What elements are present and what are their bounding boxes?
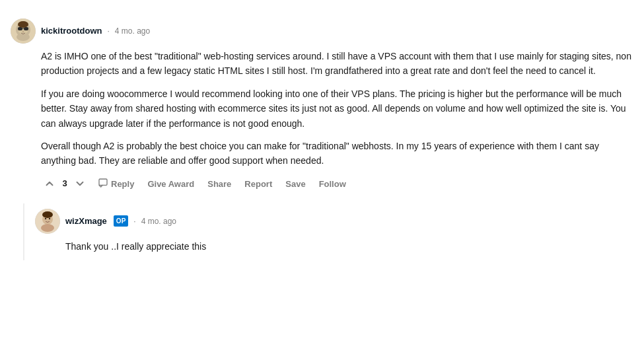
nested-comment-text: Thank you ..I really appreciate this <box>65 239 633 254</box>
upvote-button[interactable] <box>41 176 58 191</box>
save-button[interactable]: Save <box>281 176 309 192</box>
paragraph-1: A2 is IMHO one of the best "traditional"… <box>41 49 633 79</box>
main-comment: kickitrootdown · 4 mo. ago A2 is IMHO on… <box>11 13 633 198</box>
report-button[interactable]: Report <box>240 176 276 192</box>
nested-comment: wizXmage OP · 4 mo. ago Thank you ..I re… <box>23 203 633 260</box>
nested-comment-body: Thank you ..I really appreciate this <box>35 239 633 260</box>
nested-username: wizXmage <box>65 215 107 228</box>
reply-icon <box>98 178 108 190</box>
separator-dot: · <box>107 25 109 37</box>
save-label: Save <box>285 179 305 189</box>
nested-separator-dot: · <box>133 215 135 227</box>
report-label: Report <box>244 179 272 189</box>
svg-point-14 <box>42 211 53 218</box>
nested-comment-header: wizXmage OP · 4 mo. ago <box>35 209 633 234</box>
reply-label: Reply <box>111 179 134 189</box>
share-label: Share <box>207 179 231 189</box>
give-award-button[interactable]: Give Award <box>143 176 198 192</box>
vote-controls: 3 <box>41 176 89 191</box>
svg-point-13 <box>49 218 50 219</box>
share-button[interactable]: Share <box>203 176 235 192</box>
follow-button[interactable]: Follow <box>315 176 350 192</box>
page-wrapper: kickitrootdown · 4 mo. ago A2 is IMHO on… <box>0 0 644 362</box>
svg-point-7 <box>22 31 24 33</box>
follow-label: Follow <box>319 179 346 189</box>
vote-count: 3 <box>61 177 69 190</box>
paragraph-2: If you are doing woocommerce I would rec… <box>41 87 633 131</box>
paragraph-3: Overall though A2 is probably the best c… <box>41 139 633 168</box>
svg-rect-9 <box>99 179 107 185</box>
timestamp: 4 mo. ago <box>115 25 150 37</box>
nested-paragraph: Thank you ..I really appreciate this <box>65 239 633 254</box>
reply-button[interactable]: Reply <box>94 175 138 193</box>
comment-header: kickitrootdown · 4 mo. ago <box>11 18 633 44</box>
nested-timestamp: 4 mo. ago <box>141 215 176 227</box>
op-badge: OP <box>114 215 128 227</box>
comment-text: A2 is IMHO one of the best "traditional"… <box>41 49 633 168</box>
svg-point-15 <box>41 224 54 232</box>
svg-point-8 <box>18 21 28 28</box>
username: kickitrootdown <box>41 24 102 38</box>
svg-point-12 <box>45 218 46 219</box>
comment-body: A2 is IMHO one of the best "traditional"… <box>11 49 633 193</box>
give-award-label: Give Award <box>147 179 194 189</box>
action-bar: 3 Reply <box>41 175 633 193</box>
downvote-button[interactable] <box>71 176 89 191</box>
avatar <box>11 18 36 44</box>
nested-avatar <box>35 209 60 234</box>
